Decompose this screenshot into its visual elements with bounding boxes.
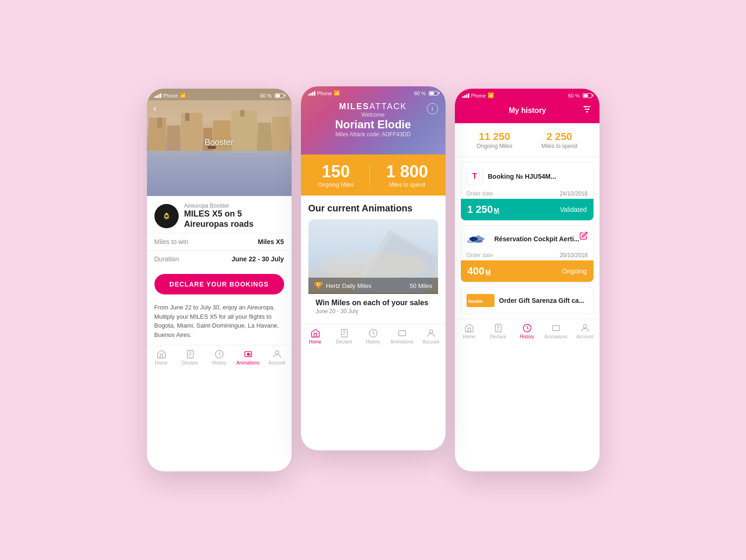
card-subtitle: Aireuropa Booster	[184, 203, 284, 209]
signal-label: Phone	[163, 93, 178, 98]
booking-status-1: 1 250 M Validated	[461, 199, 593, 220]
battery-icon	[275, 93, 284, 98]
teldar-t: T	[473, 172, 477, 181]
nav-history-left[interactable]: History	[208, 349, 231, 365]
account-icon-center	[426, 328, 436, 338]
svg-rect-12	[398, 331, 405, 336]
signal-label-right: Phone	[471, 93, 486, 98]
order-date-1: 24/10/2018	[559, 190, 587, 197]
svg-point-7	[275, 351, 279, 354]
nav-home-center-label: Home	[309, 339, 321, 344]
history-icon	[214, 349, 224, 359]
filter-icon[interactable]	[582, 104, 592, 117]
ongoing-miles-label: Ongoing Miles	[318, 182, 354, 188]
miles-label: Miles to win	[154, 238, 188, 245]
nav-declare-left[interactable]: Declare	[179, 349, 202, 365]
cup-icon: 🏆	[314, 281, 323, 290]
nav-animations-center[interactable]: Animations	[390, 328, 414, 344]
edit-svg	[579, 231, 588, 240]
promo-badge-company: Hertz Daily Miles	[326, 282, 372, 289]
svg-text:flexible: flexible	[468, 299, 483, 304]
booking-header-2: CORSAIR Réservation Cockpit Aerti...	[461, 226, 593, 252]
declare-bookings-button[interactable]: DECLARE YOUR BOOKINGS	[154, 274, 284, 294]
app-name: MILESATTACK	[308, 102, 438, 112]
status-miles-2: 400 M	[467, 265, 491, 277]
svg-point-1	[165, 215, 167, 217]
nav-declare-center[interactable]: Declare	[333, 328, 356, 344]
user-name: Noriant Elodie	[308, 118, 438, 131]
phone-center: Phone 📶 60 % MILESATTACK i Welcome	[301, 86, 446, 450]
svg-rect-20	[495, 324, 501, 332]
corsair-logo: CORSAIR	[467, 231, 490, 246]
nav-animations-left[interactable]: M Animations	[237, 349, 260, 365]
nav-account-label-left: Account	[268, 360, 285, 365]
miles-number-2: 400	[467, 265, 485, 277]
nav-history-center[interactable]: History	[362, 328, 385, 344]
battery-percent-right: 60 %	[568, 93, 579, 98]
nav-home-center[interactable]: Home	[304, 328, 327, 344]
flexible-svg: flexible	[467, 294, 495, 307]
account-icon-left	[272, 349, 282, 359]
hero-title: Booster	[204, 138, 233, 147]
home-icon-center	[310, 328, 321, 338]
nav-declare-label: Declare	[182, 360, 198, 365]
svg-rect-2	[187, 350, 193, 358]
svg-rect-10	[341, 329, 347, 337]
phone-left: Phone 📶 60 % ‹ Booster	[147, 89, 292, 471]
rocket-icon	[160, 210, 173, 223]
to-spend-item: 1 800 Miles to spend	[386, 162, 428, 188]
welcome-text: Welcome	[308, 112, 438, 118]
duration-label: Duration	[154, 255, 179, 263]
section-title: Our current Animations	[301, 196, 446, 219]
svg-rect-22	[552, 326, 559, 331]
battery-icon-center	[429, 91, 438, 96]
phones-container: Phone 📶 60 % ‹ Booster	[128, 70, 618, 490]
bottom-nav-center: Home Declare History Animations Account	[301, 324, 446, 349]
nav-home-label: Home	[155, 360, 167, 365]
back-button[interactable]: ‹	[153, 103, 157, 113]
app-name-light: ATTACK	[370, 102, 407, 111]
bottom-nav-left: Home Declare History M Animations A	[147, 345, 292, 370]
promo-badge-left: 🏆 Hertz Daily Miles	[314, 281, 372, 290]
nav-account-left[interactable]: Account	[265, 349, 289, 365]
hero-image: Phone 📶 60 % ‹ Booster	[147, 89, 292, 196]
duration-value: June 22 - 30 July	[231, 255, 284, 263]
status-miles-1: 1 250 M	[467, 203, 500, 216]
card-header: Aireuropa Booster MILES X5 on 5 Aireurop…	[147, 196, 292, 233]
nav-account-center[interactable]: Account	[419, 328, 443, 344]
nav-account-right[interactable]: Account	[573, 323, 597, 339]
booking-info-3: Order Gift Sarenza Gift ca...	[499, 297, 588, 304]
nav-history-label: History	[212, 360, 226, 365]
edit-icon[interactable]	[579, 231, 588, 242]
booking-info-2: Réservation Cockpit Aerti...	[495, 235, 588, 243]
nav-home-right-label: Home	[463, 334, 475, 339]
history-icon-center	[368, 328, 378, 338]
nav-declare-right[interactable]: Declare	[487, 323, 510, 339]
nav-declare-center-label: Declare	[336, 339, 352, 344]
nav-home-left[interactable]: Home	[150, 349, 173, 365]
miles-row: Miles to win Miles X5	[147, 233, 292, 250]
booking-name-1: Booking № HJU54M...	[488, 173, 588, 180]
nav-home-right[interactable]: Home	[458, 323, 481, 339]
rocket-icon-circle	[154, 204, 179, 228]
booking-name-2: Réservation Cockpit Aerti...	[495, 235, 588, 243]
miles-banner: 150 Ongoing Miles 1 800 Miles to spend	[301, 154, 446, 196]
nav-history-right[interactable]: History	[516, 323, 539, 339]
nav-animations-right[interactable]: Animations	[544, 323, 568, 339]
booking-meta-2: Order date 20/10/2018	[461, 252, 593, 260]
info-icon[interactable]: i	[427, 103, 438, 114]
promo-card[interactable]: 🏆 Hertz Daily Miles 50 Miles Win Miles o…	[308, 219, 438, 318]
promo-image: 🏆 Hertz Daily Miles 50 Miles	[308, 219, 438, 294]
ongoing-miles-number: 150	[318, 162, 354, 182]
nav-declare-right-label: Declare	[490, 334, 506, 339]
summary-to-spend-number: 2 250	[541, 131, 577, 143]
miles-code: Miles Attack code: ADFF43DD	[308, 131, 438, 138]
svg-point-13	[429, 330, 432, 333]
wifi-icon: 📶	[180, 92, 186, 98]
miles-m-2: M	[485, 268, 491, 276]
teldar-logo: T	[467, 168, 483, 185]
animations-icon-center	[397, 328, 407, 338]
declare-icon	[185, 349, 195, 359]
summary-ongoing-number: 11 250	[476, 131, 512, 143]
summary-to-spend: 2 250 Miles to spend	[541, 131, 577, 149]
